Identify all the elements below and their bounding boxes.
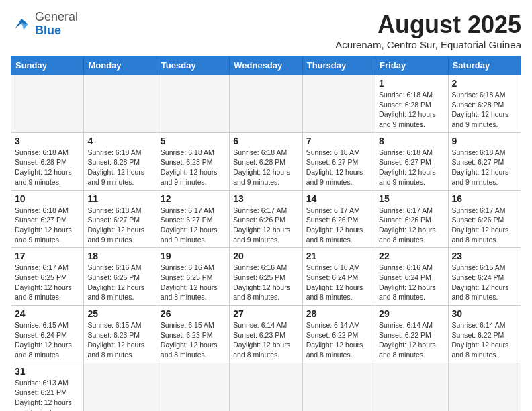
- calendar-table: SundayMondayTuesdayWednesdayThursdayFrid…: [11, 56, 521, 411]
- day-info: Sunrise: 6:18 AMSunset: 6:27 PMDaylight:…: [15, 205, 80, 245]
- calendar-week-row: 24Sunrise: 6:15 AMSunset: 6:24 PMDayligh…: [11, 306, 521, 363]
- day-number: 7: [306, 136, 371, 146]
- calendar-day-cell: 24Sunrise: 6:15 AMSunset: 6:24 PMDayligh…: [11, 306, 84, 363]
- day-number: 1: [379, 78, 444, 89]
- day-number: 13: [233, 193, 298, 204]
- calendar-day-cell: 22Sunrise: 6:16 AMSunset: 6:24 PMDayligh…: [375, 248, 448, 306]
- svg-rect-0: [11, 13, 32, 35]
- day-number: 27: [233, 308, 298, 319]
- calendar-day-cell: 1Sunrise: 6:18 AMSunset: 6:28 PMDaylight…: [375, 75, 448, 133]
- calendar-week-row: 31Sunrise: 6:13 AMSunset: 6:21 PMDayligh…: [11, 363, 521, 411]
- day-number: 31: [15, 366, 80, 377]
- day-info: Sunrise: 6:16 AMSunset: 6:25 PMDaylight:…: [161, 263, 226, 302]
- day-info: Sunrise: 6:17 AMSunset: 6:26 PMDaylight:…: [452, 205, 517, 245]
- calendar-day-cell: 5Sunrise: 6:18 AMSunset: 6:28 PMDaylight…: [157, 132, 229, 190]
- weekday-header-wednesday: Wednesday: [230, 56, 302, 75]
- calendar-day-cell: 27Sunrise: 6:14 AMSunset: 6:23 PMDayligh…: [230, 306, 302, 363]
- day-info: Sunrise: 6:18 AMSunset: 6:28 PMDaylight:…: [452, 90, 517, 130]
- day-info: Sunrise: 6:17 AMSunset: 6:26 PMDaylight:…: [233, 205, 298, 245]
- calendar-day-cell: 29Sunrise: 6:14 AMSunset: 6:22 PMDayligh…: [375, 306, 448, 363]
- day-number: 6: [233, 136, 298, 146]
- calendar-day-cell: [84, 363, 157, 411]
- weekday-header-sunday: Sunday: [11, 56, 84, 75]
- logo-text: General Blue: [35, 11, 78, 38]
- day-info: Sunrise: 6:17 AMSunset: 6:25 PMDaylight:…: [15, 263, 80, 302]
- calendar-day-cell: 11Sunrise: 6:18 AMSunset: 6:27 PMDayligh…: [84, 190, 157, 248]
- calendar-day-cell: [84, 75, 157, 133]
- day-info: Sunrise: 6:17 AMSunset: 6:26 PMDaylight:…: [306, 205, 371, 245]
- day-number: 22: [379, 250, 444, 261]
- calendar-day-cell: 17Sunrise: 6:17 AMSunset: 6:25 PMDayligh…: [11, 248, 84, 306]
- calendar-day-cell: 7Sunrise: 6:18 AMSunset: 6:27 PMDaylight…: [302, 132, 375, 190]
- day-info: Sunrise: 6:16 AMSunset: 6:25 PMDaylight:…: [87, 263, 152, 302]
- day-number: 21: [306, 250, 371, 261]
- calendar-day-cell: 14Sunrise: 6:17 AMSunset: 6:26 PMDayligh…: [302, 190, 375, 248]
- weekday-header-row: SundayMondayTuesdayWednesdayThursdayFrid…: [11, 56, 521, 75]
- day-info: Sunrise: 6:17 AMSunset: 6:26 PMDaylight:…: [379, 205, 444, 245]
- day-info: Sunrise: 6:18 AMSunset: 6:28 PMDaylight:…: [15, 148, 80, 187]
- month-title: August 2025: [335, 11, 521, 39]
- day-info: Sunrise: 6:15 AMSunset: 6:24 PMDaylight:…: [15, 320, 80, 360]
- day-info: Sunrise: 6:18 AMSunset: 6:27 PMDaylight:…: [452, 148, 517, 187]
- calendar-day-cell: [448, 363, 521, 411]
- calendar-day-cell: 21Sunrise: 6:16 AMSunset: 6:24 PMDayligh…: [302, 248, 375, 306]
- calendar-day-cell: 8Sunrise: 6:18 AMSunset: 6:27 PMDaylight…: [375, 132, 448, 190]
- calendar-day-cell: [302, 363, 375, 411]
- day-info: Sunrise: 6:18 AMSunset: 6:27 PMDaylight:…: [306, 148, 371, 187]
- day-info: Sunrise: 6:14 AMSunset: 6:22 PMDaylight:…: [452, 320, 517, 360]
- calendar-day-cell: [302, 75, 375, 133]
- day-info: Sunrise: 6:18 AMSunset: 6:28 PMDaylight:…: [161, 148, 226, 187]
- day-number: 23: [452, 250, 517, 261]
- day-info: Sunrise: 6:15 AMSunset: 6:23 PMDaylight:…: [161, 320, 226, 360]
- day-info: Sunrise: 6:18 AMSunset: 6:28 PMDaylight:…: [233, 148, 298, 187]
- day-number: 5: [161, 136, 226, 146]
- day-number: 2: [452, 78, 517, 89]
- calendar-day-cell: 12Sunrise: 6:17 AMSunset: 6:27 PMDayligh…: [157, 190, 229, 248]
- page-header: General Blue August 2025 Acurenam, Centr…: [11, 11, 521, 50]
- calendar-day-cell: 13Sunrise: 6:17 AMSunset: 6:26 PMDayligh…: [230, 190, 302, 248]
- day-number: 14: [306, 193, 371, 204]
- weekday-header-saturday: Saturday: [448, 56, 521, 75]
- day-number: 16: [452, 193, 517, 204]
- location-subtitle: Acurenam, Centro Sur, Equatorial Guinea: [335, 39, 521, 50]
- calendar-day-cell: 23Sunrise: 6:15 AMSunset: 6:24 PMDayligh…: [448, 248, 521, 306]
- calendar-day-cell: 9Sunrise: 6:18 AMSunset: 6:27 PMDaylight…: [448, 132, 521, 190]
- day-number: 19: [161, 250, 226, 261]
- calendar-day-cell: 6Sunrise: 6:18 AMSunset: 6:28 PMDaylight…: [230, 132, 302, 190]
- day-number: 3: [15, 136, 80, 146]
- day-info: Sunrise: 6:18 AMSunset: 6:27 PMDaylight:…: [87, 205, 152, 245]
- day-number: 10: [15, 193, 80, 204]
- calendar-day-cell: 3Sunrise: 6:18 AMSunset: 6:28 PMDaylight…: [11, 132, 84, 190]
- day-info: Sunrise: 6:15 AMSunset: 6:23 PMDaylight:…: [87, 320, 152, 360]
- calendar-day-cell: [157, 75, 229, 133]
- calendar-day-cell: [11, 75, 84, 133]
- day-number: 15: [379, 193, 444, 204]
- day-number: 11: [87, 193, 152, 204]
- day-number: 25: [87, 308, 152, 319]
- day-number: 8: [379, 136, 444, 146]
- calendar-day-cell: [375, 363, 448, 411]
- day-number: 12: [161, 193, 226, 204]
- calendar-day-cell: [230, 363, 302, 411]
- day-number: 4: [87, 136, 152, 146]
- day-number: 20: [233, 250, 298, 261]
- calendar-day-cell: 30Sunrise: 6:14 AMSunset: 6:22 PMDayligh…: [448, 306, 521, 363]
- calendar-day-cell: 2Sunrise: 6:18 AMSunset: 6:28 PMDaylight…: [448, 75, 521, 133]
- day-info: Sunrise: 6:16 AMSunset: 6:24 PMDaylight:…: [306, 263, 371, 302]
- day-info: Sunrise: 6:17 AMSunset: 6:27 PMDaylight:…: [161, 205, 226, 245]
- calendar-week-row: 1Sunrise: 6:18 AMSunset: 6:28 PMDaylight…: [11, 75, 521, 133]
- day-info: Sunrise: 6:18 AMSunset: 6:28 PMDaylight:…: [87, 148, 152, 187]
- weekday-header-friday: Friday: [375, 56, 448, 75]
- calendar-week-row: 10Sunrise: 6:18 AMSunset: 6:27 PMDayligh…: [11, 190, 521, 248]
- calendar-week-row: 3Sunrise: 6:18 AMSunset: 6:28 PMDaylight…: [11, 132, 521, 190]
- day-number: 17: [15, 250, 80, 261]
- day-info: Sunrise: 6:18 AMSunset: 6:28 PMDaylight:…: [379, 90, 444, 130]
- day-number: 18: [87, 250, 152, 261]
- day-info: Sunrise: 6:14 AMSunset: 6:22 PMDaylight:…: [306, 320, 371, 360]
- weekday-header-tuesday: Tuesday: [157, 56, 229, 75]
- day-number: 24: [15, 308, 80, 319]
- weekday-header-monday: Monday: [84, 56, 157, 75]
- calendar-day-cell: 15Sunrise: 6:17 AMSunset: 6:26 PMDayligh…: [375, 190, 448, 248]
- calendar-day-cell: 31Sunrise: 6:13 AMSunset: 6:21 PMDayligh…: [11, 363, 84, 411]
- weekday-header-thursday: Thursday: [302, 56, 375, 75]
